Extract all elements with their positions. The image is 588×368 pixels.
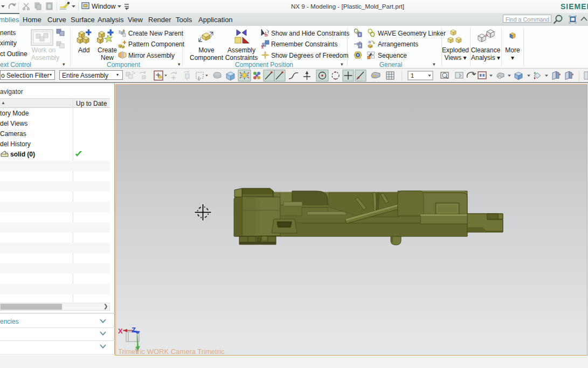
- svg-text:Window: Window: [92, 3, 116, 10]
- svg-text:1: 1: [411, 72, 414, 79]
- svg-text:X: X: [118, 327, 123, 335]
- svg-text:Z: Z: [132, 326, 136, 334]
